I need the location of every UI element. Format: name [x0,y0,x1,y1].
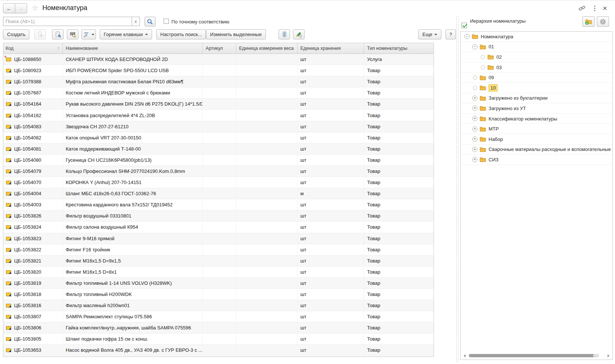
expand-toggle-icon[interactable] [472,147,477,152]
table-row[interactable]: ✕ ЦБ-1053806 Гайка комплект/внутр.,наруж… [3,322,434,334]
table-row[interactable]: ✕ ЦБ-1088650 СКАНЕР ШТРИХ КОДА БЕСПРОВОД… [3,54,434,65]
table-row[interactable]: ✕ ЦБ-1054164 Рукав высокого давления DIN… [3,99,434,110]
table-row[interactable]: ✕ ЦБ-1054003 Крестовина карданного вала … [3,199,434,210]
scrollbar-thumb[interactable] [469,354,595,357]
table-row[interactable]: ✕ ЦБ-1053816 Фильтр масляный h200wn01 шт… [3,300,434,311]
cell-storage-unit: шт [297,345,364,355]
more-actions-button[interactable]: Еще [418,29,441,39]
tree-item[interactable]: Набор [461,134,612,145]
tree-settings-button[interactable] [597,16,609,27]
tree-item[interactable]: Номенклатура [461,32,612,42]
expand-toggle-icon[interactable] [473,86,477,90]
copy-button[interactable] [34,29,46,39]
load-from-file-button[interactable] [52,29,64,39]
favorite-star-icon[interactable]: ☆ [32,4,38,12]
expand-toggle-icon[interactable] [481,55,485,59]
table-row[interactable]: ✕ ЦБ-1054082 Каток опорный VRT 207-30-00… [3,132,434,144]
table-row[interactable]: ✕ ЦБ-1053826 Фильтр воздушный 03310801 ш… [3,210,434,222]
tree-item[interactable]: 09 [461,73,612,83]
tree-item[interactable]: 10 [461,83,612,93]
change-history-button[interactable] [293,29,305,39]
filter-button[interactable] [81,29,96,39]
expand-toggle-icon[interactable] [472,44,477,49]
create-group-button[interactable] [582,16,595,27]
configure-search-button[interactable]: Настроить поиск... [156,29,206,39]
tree-item[interactable]: 02 [461,52,612,62]
expand-toggle-icon[interactable] [472,106,477,111]
scroll-right-arrow-icon[interactable] [608,354,609,357]
edit-selected-button[interactable]: Изменить выделенные [206,29,266,39]
more-menu-button[interactable] [590,4,599,12]
scroll-left-arrow-icon[interactable] [464,354,466,357]
column-header-code[interactable]: Код ↑ [3,43,63,54]
horizontal-scrollbar[interactable] [463,354,610,358]
expand-toggle-icon[interactable] [472,116,477,121]
hotkeys-button[interactable]: Горячие клавиши [100,29,152,39]
forward-button[interactable]: → [15,3,27,13]
tree-item[interactable]: Классификатор номенклатуры [461,114,612,124]
cell-code: ✕ ЦБ-1053818 [3,289,63,300]
folder-icon [480,116,486,121]
expand-toggle-icon[interactable] [472,96,477,101]
help-button[interactable]: ? [445,29,456,39]
expand-toggle-icon[interactable] [472,157,477,162]
tree-item[interactable]: Загружено из УТ [461,103,612,114]
tree-item[interactable]: 01 [461,42,612,52]
search-button[interactable] [145,17,155,26]
cell-name: SAMPA Ремкомплект ступицы 075.586 [63,311,203,322]
table-row[interactable]: ✕ ЦБ-1053821 Фитинг М16х1,5 D=9х1,5 шт Т… [3,255,434,267]
tree-item[interactable]: СИЗ [461,155,612,165]
scrollbar-track[interactable] [593,354,599,357]
create-button[interactable]: Создать [3,29,29,39]
table-row[interactable]: ✕ ЦБ-1054162 Установка распределителей 4… [3,110,434,121]
expand-toggle-icon[interactable] [464,34,470,39]
table-row[interactable]: ✕ ЦБ-1053807 SAMPA Ремкомплект ступицы 0… [3,311,434,322]
expand-toggle-icon[interactable] [472,126,477,132]
column-header-storage-unit[interactable]: Единица хранения [297,43,364,54]
table-row[interactable]: ✕ ЦБ-1054079 Кольцо Профессионал SHM-207… [3,166,434,177]
tree-item[interactable]: Сварочные материалы расходные и вспомога… [461,145,612,155]
search-input[interactable] [3,17,132,26]
table-row[interactable]: ✕ ЦБ-1053818 Фильтр топливный H200WDK шт… [3,289,434,300]
column-header-weight-unit[interactable]: Единица измерения веса [236,43,297,54]
search-clear-button[interactable]: x [132,17,140,26]
column-header-name[interactable]: Наименование [63,43,203,54]
table-row[interactable]: ✕ ЦБ-1053652 Мотор отопителя дополнитель… [3,356,434,357]
expand-toggle-icon[interactable] [473,75,477,80]
get-link-button[interactable] [578,4,586,12]
column-header-article[interactable]: Артикул [203,43,236,54]
table-row[interactable]: ✕ ЦБ-1057687 Костюм летний ИНДЕВОР мужск… [3,87,434,99]
table-row[interactable]: ✕ ЦБ-1054081 Каток поддерживающий Т-148-… [3,144,434,155]
tree-item[interactable]: МТР [461,124,612,134]
item-icon: ✕ [6,180,11,184]
exact-match-checkbox[interactable] [164,19,169,24]
column-header-type[interactable]: Тип номенклатуры [364,43,434,54]
table-row[interactable]: ✕ ЦБ-1080923 ИБП POWERCOM Spider SPD-550… [3,65,434,76]
item-icon: ✕ [6,91,11,95]
table-row[interactable]: ✕ ЦБ-1054083 Звездочка CH 207-27-61210 ш… [3,121,434,132]
tree-item[interactable]: Загружено из бухгалтерии [461,93,612,104]
tree-item[interactable]: 03 [461,62,612,73]
table-row[interactable]: ✕ ЦБ-1053805 Шланг подкачки гофра 15 см … [3,334,434,345]
back-button[interactable]: ← [3,3,15,13]
expand-toggle-icon[interactable] [472,136,477,142]
table-row[interactable]: ✕ ЦБ-1053653 Насос водяной Волга 405 дв.… [3,345,434,356]
hierarchy-checkbox[interactable] [461,23,467,28]
table-row[interactable]: ✕ ЦБ-1054070 КОРОНКА Y (Anhui) 207-70-14… [3,177,434,188]
panel-splitter[interactable] [456,16,458,362]
cell-code: ✕ ЦБ-1054004 [3,188,63,199]
expand-toggle-icon[interactable] [481,65,485,70]
cell-weight-unit [236,144,297,154]
table-row[interactable]: ✕ ЦБ-1053819 Фильтр топливный 1-14 UNS V… [3,278,434,289]
table-row[interactable]: ✕ ЦБ-1053822 Фитинг F16 тройник шт Товар [3,244,434,255]
table-row[interactable]: ✕ ЦБ-1054080 Гусеница CH UC216K6P45800(p… [3,155,434,166]
table-row[interactable]: ✕ ЦБ-1054004 Шланг МБС d18x26-0,63 ГОСТ-… [3,188,434,199]
table-row[interactable]: ✕ ЦБ-1053824 Фильтр салона воздушный К95… [3,222,434,233]
table-row[interactable]: ✕ ЦБ-1053820 Фитинг М16х1,5 D=8х1 шт Тов… [3,267,434,278]
close-button[interactable]: × [601,4,609,12]
barcode-search-button[interactable] [67,29,78,39]
table-row[interactable]: ✕ ЦБ-1053823 Фитинг 9-М16 прямой шт Това… [3,233,434,244]
table-row[interactable]: ✕ ЦБ-1079388 Муфта разъемная пластиковая… [3,76,434,87]
list-settings-button[interactable] [278,29,290,39]
cell-code: ✕ ЦБ-1053820 [3,267,63,277]
